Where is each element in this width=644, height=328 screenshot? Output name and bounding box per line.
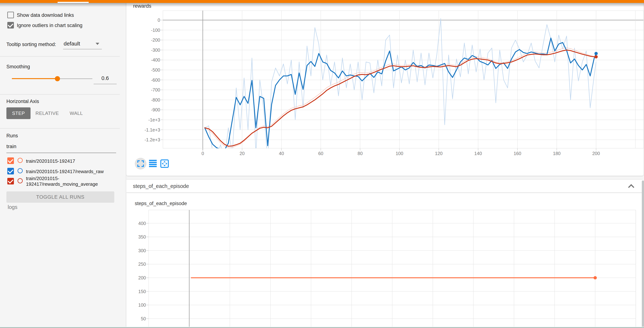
smoothing-input-underline xyxy=(94,84,117,84)
smoothing-slider-track[interactable] xyxy=(12,78,58,79)
dropdown-underline xyxy=(63,49,102,49)
tooltip-sorting-row: Tooltip sorting method: default xyxy=(6,39,124,50)
smoothing-label: Smoothing xyxy=(6,64,30,70)
chart-toolbar xyxy=(135,158,190,170)
smoothing-slider-track-rest[interactable] xyxy=(58,78,92,79)
runs-filter-underline xyxy=(6,153,116,153)
run-radio-icon[interactable] xyxy=(18,158,23,163)
run-checkbox[interactable] xyxy=(7,158,14,164)
run-row: train/20201015-192417/rewards_moving_ave… xyxy=(0,176,126,188)
chevron-down-icon xyxy=(96,43,99,45)
section-header-title: steps_of_each_episode xyxy=(133,179,189,193)
horizontal-axis-label: Horizontal Axis xyxy=(6,99,39,104)
smoothing-slider-knob[interactable] xyxy=(55,76,60,81)
steps-chart-title: steps_of_each_episode xyxy=(135,200,187,207)
scrollbar-thumb[interactable] xyxy=(642,180,644,328)
fit-icon-arrow xyxy=(162,163,163,165)
run-row: train/20201015-192417/rewards_raw xyxy=(0,168,126,175)
checkbox-label: Show data download links xyxy=(17,12,74,18)
chevron-up-icon[interactable] xyxy=(629,183,634,189)
expand-chart-button[interactable] xyxy=(135,158,146,169)
expand-icon xyxy=(142,160,144,163)
run-checkbox[interactable] xyxy=(7,178,14,184)
toggle-all-runs-button[interactable]: TOGGLE ALL RUNS xyxy=(6,191,114,203)
settings-sidebar: Show data download links Ignore outliers… xyxy=(0,3,126,328)
divider xyxy=(0,94,120,95)
axis-button-step[interactable]: STEP xyxy=(6,107,30,119)
divider xyxy=(0,128,120,129)
run-label: train/20201015-192417/rewards_raw xyxy=(26,169,104,174)
fit-icon-arrow xyxy=(164,165,166,166)
checkbox-unchecked-icon[interactable] xyxy=(7,12,14,18)
top-app-bar xyxy=(0,0,644,3)
toggle-y-axis-button[interactable] xyxy=(149,160,157,167)
runs-label: Runs xyxy=(6,133,18,139)
logs-label: logs xyxy=(8,204,17,210)
section-header-steps-of-each-episode[interactable]: steps_of_each_episode xyxy=(126,179,644,193)
axis-button-wall[interactable]: WALL xyxy=(65,107,88,119)
tooltip-sorting-dropdown[interactable]: default xyxy=(63,39,102,50)
runs-filter-input[interactable] xyxy=(6,144,115,149)
fit-domain-button[interactable] xyxy=(160,160,169,168)
rewards-plot-area[interactable] xyxy=(163,10,644,148)
topbar-shadow xyxy=(0,3,644,7)
checkbox-row-download-links[interactable]: Show data download links xyxy=(0,11,126,21)
fit-icon-arrow xyxy=(166,163,167,165)
smoothing-value-input[interactable] xyxy=(94,75,117,81)
run-radio-icon[interactable] xyxy=(18,178,23,183)
expand-icon xyxy=(142,164,144,167)
active-tab-indicator xyxy=(58,2,89,3)
axis-button-relative[interactable]: RELATIVE xyxy=(35,107,60,119)
run-radio-icon[interactable] xyxy=(18,168,23,173)
fit-icon-arrow xyxy=(164,161,166,162)
expand-icon xyxy=(137,164,140,167)
run-checkbox[interactable] xyxy=(7,168,14,174)
run-row: train/20201015-192417 xyxy=(0,158,126,165)
dropdown-value: default xyxy=(64,40,80,47)
run-label: train/20201015-192417/rewards_moving_ave… xyxy=(26,176,114,187)
divider xyxy=(0,56,120,57)
run-label: train/20201015-192417 xyxy=(26,158,75,164)
checkbox-checked-icon[interactable] xyxy=(7,22,14,28)
tooltip-sorting-label: Tooltip sorting method: xyxy=(6,42,56,47)
steps-plot-area[interactable] xyxy=(149,210,636,328)
checkbox-row-ignore-outliers[interactable]: Ignore outliers in chart scaling xyxy=(0,21,126,31)
expand-icon xyxy=(137,160,140,163)
checkbox-label: Ignore outliers in chart scaling xyxy=(17,23,82,28)
